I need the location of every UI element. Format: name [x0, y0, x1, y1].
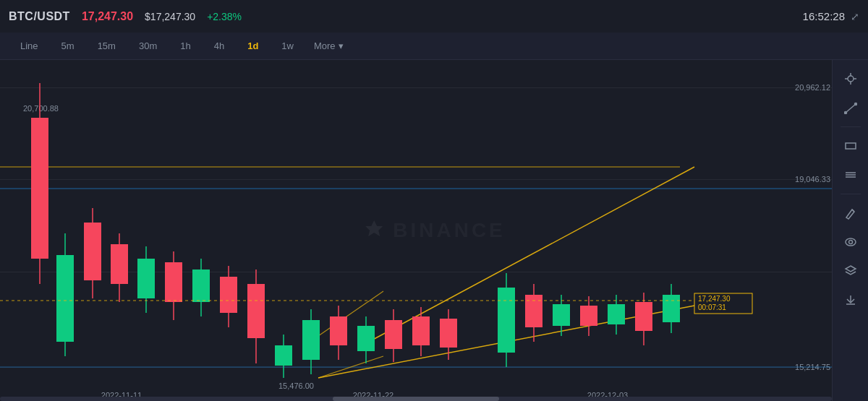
svg-rect-77 — [663, 295, 680, 322]
svg-rect-16 — [84, 223, 101, 280]
svg-rect-68 — [580, 306, 597, 326]
clock-display: 16:52:28 ⤢ — [803, 10, 859, 22]
svg-rect-34 — [247, 284, 265, 338]
svg-rect-37 — [275, 345, 292, 366]
toolbar-sep-1 — [841, 126, 861, 127]
svg-rect-56 — [440, 319, 457, 348]
svg-rect-28 — [192, 270, 210, 302]
svg-rect-53 — [412, 316, 430, 345]
svg-rect-41 — [302, 320, 320, 360]
chevron-down-icon: ▾ — [339, 40, 344, 51]
chart-area[interactable]: BINANCE 20,962.12 19,046.33 15,214.75 20… — [0, 60, 868, 401]
price-usd: $17,247.30 — [145, 11, 195, 22]
pencil-icon[interactable] — [838, 200, 864, 226]
clock-time: 16:52:28 — [803, 10, 845, 22]
svg-point-97 — [848, 241, 852, 244]
chart-header: BTC/USDT 17,247.30 $17,247.30 +2.38% 16:… — [0, 0, 868, 33]
svg-rect-50 — [385, 320, 402, 349]
tf-1h[interactable]: 1h — [169, 36, 202, 56]
eye-icon[interactable] — [838, 229, 864, 255]
toolbar-sep-2 — [841, 194, 861, 194]
svg-point-90 — [854, 103, 856, 105]
layers-icon[interactable] — [838, 258, 864, 284]
svg-rect-13 — [56, 255, 74, 342]
timeframe-bar: Line 5m 15m 30m 1h 4h 1d 1w More ▾ — [0, 33, 868, 60]
svg-point-96 — [846, 238, 856, 246]
tf-1w[interactable]: 1w — [270, 36, 305, 56]
pair-name: BTC/USDT — [9, 10, 70, 23]
svg-marker-98 — [846, 266, 856, 272]
svg-rect-59 — [498, 288, 515, 353]
trend-line-draw-icon[interactable] — [838, 95, 864, 121]
svg-rect-65 — [553, 304, 570, 326]
crosshair-icon[interactable] — [838, 66, 864, 92]
tf-line[interactable]: Line — [9, 36, 50, 56]
chart-toolbar — [832, 60, 868, 401]
svg-rect-22 — [137, 259, 155, 298]
tf-more-label: More — [314, 40, 336, 51]
svg-line-95 — [852, 210, 854, 212]
chart-scrollbar[interactable] — [0, 397, 832, 401]
price-change: +2.38% — [207, 11, 242, 22]
candlestick-chart: 15,476.00 — [0, 60, 832, 401]
expand-icon[interactable]: ⤢ — [851, 11, 859, 22]
tf-1d[interactable]: 1d — [236, 36, 270, 56]
svg-text:15,476.00: 15,476.00 — [278, 381, 314, 390]
svg-rect-71 — [608, 304, 625, 324]
scrollbar-thumb[interactable] — [333, 397, 499, 401]
svg-point-89 — [844, 112, 846, 114]
tf-more-button[interactable]: More ▾ — [305, 36, 352, 56]
svg-rect-91 — [846, 143, 856, 149]
svg-rect-47 — [357, 326, 375, 351]
svg-text:17,247.30: 17,247.30 — [698, 295, 731, 303]
svg-rect-25 — [165, 262, 182, 302]
svg-rect-74 — [635, 302, 652, 331]
svg-rect-10 — [31, 118, 48, 259]
tf-4h[interactable]: 4h — [203, 36, 236, 56]
svg-point-83 — [848, 76, 854, 82]
export-icon[interactable] — [838, 287, 864, 313]
price-main: 17,247.30 — [82, 10, 133, 23]
tf-15m[interactable]: 15m — [86, 36, 127, 56]
svg-rect-31 — [220, 277, 237, 313]
svg-line-88 — [846, 104, 856, 113]
indicator-icon[interactable] — [838, 162, 864, 188]
svg-rect-62 — [525, 295, 542, 327]
tf-30m[interactable]: 30m — [127, 36, 169, 56]
rectangle-icon[interactable] — [838, 133, 864, 159]
svg-rect-1 — [0, 60, 832, 401]
svg-rect-19 — [111, 244, 128, 284]
svg-rect-44 — [330, 316, 347, 345]
tf-5m[interactable]: 5m — [50, 36, 86, 56]
svg-text:00:07:31: 00:07:31 — [698, 303, 726, 311]
